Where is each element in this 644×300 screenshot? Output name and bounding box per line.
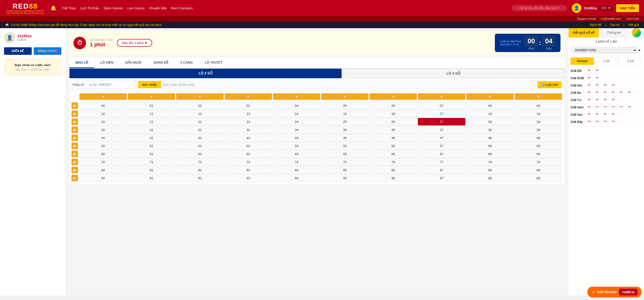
rtype-3so[interactable]: 3 Số: [619, 57, 642, 65]
num-cell-41[interactable]: 41: [128, 134, 175, 142]
col-arrow-4[interactable]: ▼: [273, 93, 320, 100]
num-cell-62[interactable]: 62: [176, 150, 223, 158]
num-cell-90[interactable]: 90: [79, 174, 127, 182]
num-cell-70[interactable]: 70: [79, 158, 127, 166]
row-arrow-6[interactable]: ▶: [71, 151, 78, 157]
luat-choi-button[interactable]: ℹ️ Luật chơi: [537, 81, 561, 88]
num-cell-49[interactable]: 49: [515, 134, 562, 142]
row-arrow-8[interactable]: ▶: [71, 167, 78, 173]
num-cell-20[interactable]: 20: [79, 118, 127, 125]
num-cell-46[interactable]: 46: [370, 134, 417, 142]
nav-khuyen-mai[interactable]: Khuyến Mãi: [149, 6, 166, 10]
tab-dau-duoi[interactable]: ĐẦU ĐUÔI: [119, 58, 148, 68]
num-cell-54[interactable]: 54: [273, 142, 320, 150]
num-cell-14[interactable]: 14: [273, 110, 320, 117]
num-cell-12[interactable]: 12: [176, 110, 223, 117]
row-arrow-1[interactable]: ▶: [71, 110, 78, 117]
row-arrow-3[interactable]: ▶: [71, 126, 78, 133]
col-arrow-9[interactable]: ▼: [515, 93, 562, 100]
ticker-link-ket-qua[interactable]: Kết quả: [628, 23, 639, 27]
num-cell-00[interactable]: 00: [79, 102, 127, 109]
tab-lo-xien[interactable]: LÔ XIÊN: [94, 58, 119, 68]
num-cell-35[interactable]: 35: [321, 126, 369, 134]
nav-the-thao[interactable]: Thể Thao: [62, 6, 76, 10]
result-tab-thong-ke[interactable]: Thống kê: [599, 28, 629, 37]
num-cell-08[interactable]: 08: [466, 102, 514, 109]
num-cell-42[interactable]: 42: [176, 134, 223, 142]
num-cell-29[interactable]: 29: [515, 118, 562, 125]
num-cell-88[interactable]: 88: [466, 166, 514, 174]
num-cell-71[interactable]: 71: [128, 158, 175, 166]
num-cell-25[interactable]: 25: [321, 118, 369, 125]
number-input[interactable]: [86, 81, 136, 89]
num-cell-75[interactable]: 75: [321, 158, 369, 166]
num-cell-51[interactable]: 51: [128, 142, 175, 150]
nav-live-casino[interactable]: Live Casino: [127, 6, 144, 10]
num-cell-32[interactable]: 32: [176, 126, 223, 134]
num-cell-99[interactable]: 99: [515, 174, 562, 182]
lo-2so-button[interactable]: LÔ 2 SỐ: [69, 69, 342, 78]
num-cell-79[interactable]: 79: [515, 158, 562, 166]
num-cell-33[interactable]: 33: [225, 126, 272, 134]
num-cell-03[interactable]: 03: [225, 102, 272, 109]
rtype-normal[interactable]: Normal: [571, 57, 594, 65]
minigame-tab[interactable]: [629, 28, 644, 37]
num-cell-72[interactable]: 72: [176, 158, 223, 166]
num-cell-60[interactable]: 60: [79, 150, 127, 158]
nap-nhanh-bar[interactable]: ⚡ NẠP NHANH red88.la: [587, 287, 641, 295]
bell-icon[interactable]: 🔔: [50, 5, 57, 11]
lo-3so-button[interactable]: LÔ 3 SỐ: [342, 69, 565, 78]
num-cell-48[interactable]: 48: [466, 134, 514, 142]
num-cell-53[interactable]: 53: [225, 142, 272, 150]
bien-de-button[interactable]: BIẾN ĐỀ: [4, 47, 32, 55]
num-cell-26[interactable]: 26: [370, 118, 417, 125]
num-cell-76[interactable]: 76: [370, 158, 417, 166]
num-cell-83[interactable]: 83: [225, 166, 272, 174]
num-cell-22[interactable]: 22: [176, 118, 223, 125]
num-cell-18[interactable]: 18: [466, 110, 514, 117]
num-cell-30[interactable]: 30: [79, 126, 127, 134]
num-cell-93[interactable]: 93: [225, 174, 272, 182]
num-cell-27[interactable]: 27: [418, 118, 465, 125]
num-cell-16[interactable]: 16: [370, 110, 417, 117]
num-cell-85[interactable]: 85: [321, 166, 369, 174]
nap-tien-button[interactable]: NẠP TIỀN: [616, 4, 639, 12]
num-cell-37[interactable]: 37: [418, 126, 465, 134]
col-arrow-1[interactable]: ▼: [128, 93, 175, 100]
row-arrow-4[interactable]: ▶: [71, 135, 78, 141]
num-cell-15[interactable]: 15: [321, 110, 369, 117]
num-cell-36[interactable]: 36: [370, 126, 417, 134]
num-cell-95[interactable]: 95: [321, 174, 369, 182]
dropdown-icon[interactable]: ▼: [608, 6, 611, 10]
num-cell-78[interactable]: 78: [466, 158, 514, 166]
num-cell-61[interactable]: 61: [128, 150, 175, 158]
col-arrow-5[interactable]: ▼: [321, 93, 369, 100]
col-arrow-8[interactable]: ▼: [466, 93, 514, 100]
num-cell-13[interactable]: 13: [225, 110, 272, 117]
col-arrow-6[interactable]: ▼: [370, 93, 417, 100]
num-cell-06[interactable]: 06: [370, 102, 417, 109]
session-select[interactable]: 20230507-0763: [572, 47, 637, 54]
nav-sanh-games[interactable]: Sảnh Games: [104, 6, 123, 10]
num-cell-52[interactable]: 52: [176, 142, 223, 150]
row-arrow-9[interactable]: ▶: [71, 175, 78, 181]
num-cell-64[interactable]: 64: [273, 150, 320, 158]
speed-badge-button[interactable]: Siêu tốc 1 phút ▼: [117, 39, 152, 47]
bang-cuoc-button[interactable]: BẢNG CƯỢC: [34, 47, 61, 55]
num-cell-50[interactable]: 50: [79, 142, 127, 150]
num-cell-86[interactable]: 86: [370, 166, 417, 174]
num-cell-23[interactable]: 23: [225, 118, 272, 125]
num-cell-63[interactable]: 63: [225, 150, 272, 158]
row-arrow-5[interactable]: ▶: [71, 143, 78, 149]
num-cell-11[interactable]: 11: [128, 110, 175, 117]
num-cell-89[interactable]: 89: [515, 166, 562, 174]
num-cell-84[interactable]: 84: [273, 166, 320, 174]
num-cell-55[interactable]: 55: [321, 142, 369, 150]
num-cell-43[interactable]: 43: [225, 134, 272, 142]
num-cell-44[interactable]: 44: [273, 134, 320, 142]
num-cell-91[interactable]: 91: [128, 174, 175, 182]
num-cell-81[interactable]: 81: [128, 166, 175, 174]
live-chat-link[interactable]: Live Chat: [626, 17, 639, 21]
num-cell-56[interactable]: 56: [370, 142, 417, 150]
num-cell-96[interactable]: 96: [370, 174, 417, 182]
